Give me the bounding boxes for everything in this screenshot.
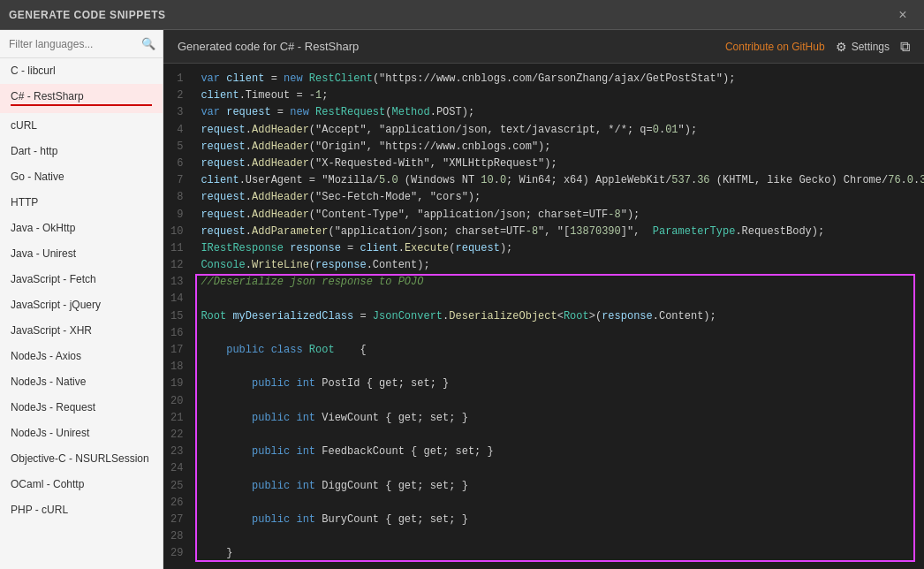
table-row: 13 //Deserialize json response to POJO (163, 274, 924, 291)
line-code: Root myDeserializedClass = JsonConvert.D… (193, 308, 924, 325)
main-container: 🔍 C - libcurlC# - RestSharpcURLDart - ht… (0, 30, 924, 569)
sidebar-item-csharp-restsharp[interactable]: C# - RestSharp (0, 84, 163, 113)
table-row: 24 (163, 460, 924, 477)
sidebar-item-js-jquery[interactable]: JavaScript - jQuery (0, 292, 163, 318)
line-code: var client = new RestClient("https://www… (193, 71, 924, 87)
line-number: 9 (163, 207, 193, 224)
sidebar-item-js-xhr[interactable]: JavaScript - XHR (0, 318, 163, 344)
language-list: C - libcurlC# - RestSharpcURLDart - http… (0, 58, 163, 569)
line-code: } (193, 545, 924, 562)
line-code: public int PostId { get; set; } (193, 376, 924, 392)
sidebar-item-nodejs-request[interactable]: NodeJs - Request (0, 395, 163, 421)
table-row: 27 public int BuryCount { get; set; } (163, 512, 924, 528)
line-number: 4 (163, 122, 193, 139)
table-row: 14 (163, 291, 924, 307)
line-code: request.AddHeader("Accept", "application… (193, 122, 924, 139)
sidebar-item-java-okhttp[interactable]: Java - OkHttp (0, 216, 163, 241)
line-code (193, 495, 924, 512)
search-bar: 🔍 (0, 30, 163, 58)
table-row: 1 var client = new RestClient("https://w… (163, 71, 924, 87)
line-code: request.AddHeader("Origin", "https://www… (193, 139, 924, 156)
search-input[interactable] (9, 38, 141, 50)
table-row: 22 (163, 427, 924, 444)
line-number: 25 (163, 478, 193, 495)
window-title: GENERATE CODE SNIPPETS (9, 9, 165, 21)
line-number: 3 (163, 104, 193, 121)
line-number: 28 (163, 528, 193, 545)
settings-label: Settings (852, 41, 890, 53)
line-number: 8 (163, 189, 193, 206)
sidebar-item-go-native[interactable]: Go - Native (0, 164, 163, 190)
contribute-link[interactable]: Contribute on GitHub (725, 41, 825, 53)
line-code: public int DiggCount { get; set; } (193, 478, 924, 495)
table-row: 15 Root myDeserializedClass = JsonConver… (163, 308, 924, 325)
search-icon: 🔍 (141, 37, 155, 50)
sidebar-item-http[interactable]: HTTP (0, 190, 163, 216)
sidebar-item-ocaml-cohttp[interactable]: OCaml - Cohttp (0, 472, 163, 497)
line-number: 14 (163, 291, 193, 307)
table-row: 18 (163, 359, 924, 376)
sidebar-item-curl[interactable]: cURL (0, 113, 163, 139)
line-code (193, 359, 924, 376)
sidebar-item-c-libcurl[interactable]: C - libcurl (0, 58, 163, 84)
table-row: 26 (163, 495, 924, 512)
sidebar-item-nodejs-unirest[interactable]: NodeJs - Unirest (0, 421, 163, 446)
table-row: 8 request.AddHeader("Sec-Fetch-Mode", "c… (163, 189, 924, 206)
table-row: 17 public class Root { (163, 342, 924, 359)
line-code (193, 460, 924, 477)
table-row: 28 (163, 528, 924, 545)
line-number: 13 (163, 274, 193, 291)
line-code: request.AddHeader("Sec-Fetch-Mode", "cor… (193, 189, 924, 206)
table-row: 20 (163, 393, 924, 410)
code-container[interactable]: 1 var client = new RestClient("https://w… (163, 64, 924, 569)
sidebar-item-js-fetch[interactable]: JavaScript - Fetch (0, 267, 163, 292)
line-code (193, 427, 924, 444)
line-number: 17 (163, 342, 193, 359)
table-row: 2 client.Timeout = -1; (163, 87, 924, 104)
sidebar-item-java-unirest[interactable]: Java - Unirest (0, 241, 163, 267)
line-number: 29 (163, 545, 193, 562)
line-code: request.AddHeader("Content-Type", "appli… (193, 207, 924, 224)
line-number: 12 (163, 257, 193, 274)
line-number: 18 (163, 359, 193, 376)
title-bar: GENERATE CODE SNIPPETS × (0, 0, 924, 30)
copy-button[interactable]: ⧉ (900, 39, 910, 55)
table-row: 16 (163, 325, 924, 342)
line-number: 15 (163, 308, 193, 325)
line-code: public class Root { (193, 342, 924, 359)
line-code: request.AddHeader("X-Requested-With", "X… (193, 156, 924, 172)
table-row: 19 public int PostId { get; set; } (163, 376, 924, 392)
line-number: 20 (163, 393, 193, 410)
content-title: Generated code for C# - RestSharp (178, 40, 359, 53)
sidebar: 🔍 C - libcurlC# - RestSharpcURLDart - ht… (0, 30, 163, 569)
line-number: 24 (163, 460, 193, 477)
table-row: 21 public int ViewCount { get; set; } (163, 410, 924, 427)
line-number: 26 (163, 495, 193, 512)
line-number: 6 (163, 156, 193, 172)
line-code: request.AddParameter("application/json; … (193, 224, 924, 240)
sidebar-item-php-curl[interactable]: PHP - cURL (0, 497, 163, 523)
close-button[interactable]: × (890, 3, 915, 27)
table-row: 7 client.UserAgent = "Mozilla/5.0 (Windo… (163, 172, 924, 189)
sidebar-item-nodejs-axios[interactable]: NodeJs - Axios (0, 344, 163, 369)
line-number: 21 (163, 410, 193, 427)
line-number: 27 (163, 512, 193, 528)
sidebar-item-nodejs-native[interactable]: NodeJs - Native (0, 369, 163, 395)
gear-icon: ⚙ (836, 40, 847, 54)
sidebar-item-dart-http[interactable]: Dart - http (0, 139, 163, 164)
settings-button[interactable]: ⚙ Settings (836, 40, 890, 54)
header-actions: Contribute on GitHub ⚙ Settings ⧉ (725, 39, 910, 55)
content-header: Generated code for C# - RestSharp Contri… (163, 30, 924, 64)
line-number: 7 (163, 172, 193, 189)
table-row: 29 } (163, 545, 924, 562)
line-number: 16 (163, 325, 193, 342)
content-area: Generated code for C# - RestSharp Contri… (163, 30, 924, 569)
line-code: public int ViewCount { get; set; } (193, 410, 924, 427)
line-code: client.Timeout = -1; (193, 87, 924, 104)
line-code (193, 528, 924, 545)
table-row: 23 public int FeedbackCount { get; set; … (163, 444, 924, 460)
sidebar-item-objc-nsurlsession[interactable]: Objective-C - NSURLSession (0, 446, 163, 472)
line-code: client.UserAgent = "Mozilla/5.0 (Windows… (193, 172, 924, 189)
line-code: //Deserialize json response to POJO (193, 274, 924, 291)
table-row: 12 Console.WriteLine(response.Content); (163, 257, 924, 274)
